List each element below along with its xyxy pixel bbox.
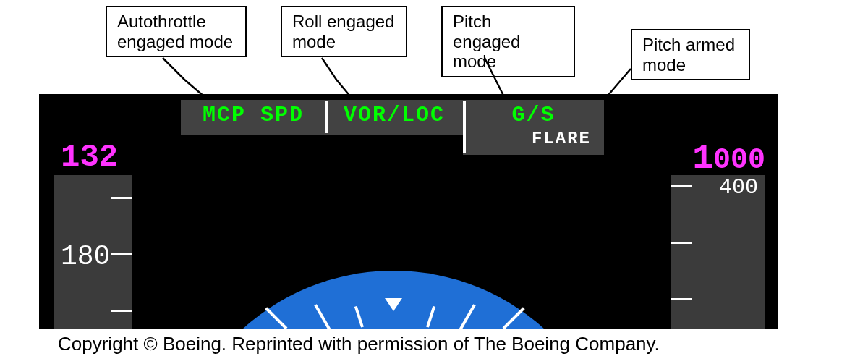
adi-pointer-icon [385, 298, 402, 311]
pfd-panel: MCP SPD VOR/LOC G/S FLARE 132 180 1000 4… [39, 94, 778, 329]
selected-altitude: 1000 [692, 139, 765, 178]
speed-tick [111, 253, 132, 255]
fma-pitch-engaged-value: G/S [463, 103, 604, 127]
speed-tick [111, 310, 132, 312]
fma-roll-cell: VOR/LOC [326, 100, 463, 135]
fma-roll-value: VOR/LOC [326, 103, 463, 127]
attitude-indicator [198, 271, 589, 329]
selected-alt-lead: 1 [692, 139, 713, 178]
fma-autothrottle-cell: MCP SPD [181, 100, 326, 135]
fma-bar: MCP SPD VOR/LOC G/S FLARE [181, 100, 604, 155]
fma-autothrottle-value: MCP SPD [181, 103, 326, 127]
alt-tick [671, 242, 692, 244]
copyright-caption: Copyright © Boeing. Reprinted with permi… [58, 333, 660, 355]
alt-tick [671, 298, 692, 300]
selected-speed: 132 [61, 139, 118, 175]
selected-alt-rest: 000 [713, 144, 765, 177]
callout-pitch-armed: Pitch armed mode [631, 29, 750, 80]
alt-tick [671, 185, 692, 187]
callout-pitch-armed-text: Pitch armed mode [642, 35, 735, 75]
speed-tick [111, 197, 132, 199]
speed-tape-value: 180 [61, 241, 110, 272]
callout-autothrottle: Autothrottle engaged mode [106, 6, 247, 57]
callout-roll: Roll engaged mode [281, 6, 407, 57]
callout-pitch-engaged: Pitch engaged mode [441, 6, 575, 77]
fma-pitch-armed-value: FLARE [463, 129, 604, 148]
callout-autothrottle-text: Autothrottle engaged mode [117, 12, 233, 51]
callout-roll-text: Roll engaged mode [292, 12, 394, 51]
callout-pitch-engaged-text: Pitch engaged mode [453, 12, 520, 71]
fma-pitch-cell: G/S FLARE [463, 100, 604, 155]
altitude-tape-value: 400 [719, 175, 758, 200]
